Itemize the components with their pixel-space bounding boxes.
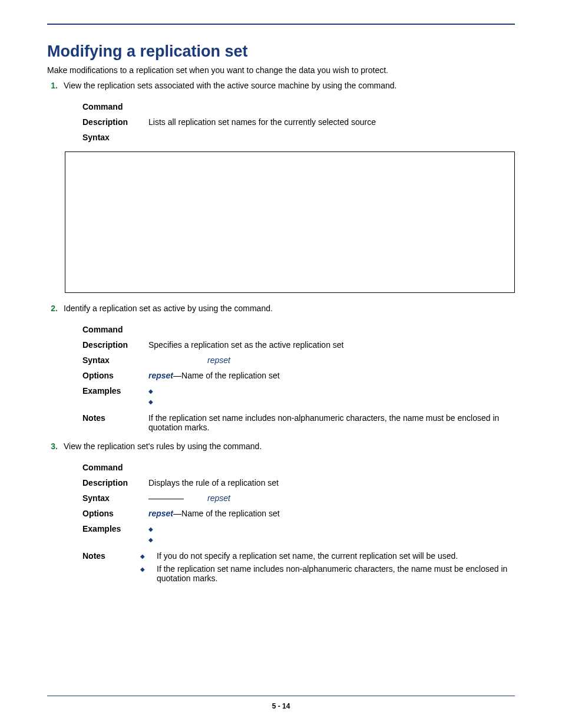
step-2-post: command. (234, 304, 273, 313)
options-value: repset—Name of the replication set (148, 371, 515, 380)
description-value: Displays the rule of a replication set (148, 478, 515, 487)
bottom-rule (47, 696, 515, 696)
syntax-label: Syntax (82, 493, 148, 503)
notes-bullet-1: If you do not specify a replication set … (148, 551, 515, 561)
options-text: —Name of the replication set (173, 509, 280, 518)
step-3-pre: View the replication set's rules by usin… (64, 442, 223, 451)
options-var: repset (148, 509, 173, 518)
description-label: Description (82, 478, 148, 487)
page-number: 5 - 14 (0, 702, 562, 710)
examples-label: Examples (82, 524, 148, 533)
page: Modifying a replication set Make modific… (0, 0, 562, 728)
examples-value (148, 386, 515, 407)
syntax-var: repset (207, 355, 230, 365)
examples-label: Examples (82, 386, 148, 396)
syntax-var: repset (207, 493, 230, 503)
command-label: Command (82, 325, 148, 334)
description-value: Specifies a replication set as the activ… (148, 340, 515, 350)
step-number: 1. (47, 81, 64, 90)
options-label: Options (82, 509, 148, 518)
description-label: Description (82, 117, 148, 127)
step-text: View the replication sets associated wit… (64, 81, 515, 90)
step-1-pre: View the replication sets associated wit… (64, 81, 358, 90)
notes-label: Notes (82, 551, 148, 561)
step-2: 2. Identify a replication set as active … (47, 304, 515, 313)
syntax-label: Syntax (82, 355, 148, 365)
step-3: 3. View the replication set's rules by u… (47, 442, 515, 451)
code-box (65, 151, 515, 293)
example-bullet (148, 397, 515, 406)
notes-value: If you do not specify a replication set … (148, 551, 515, 587)
command-block-1: Command Description Lists all replicatio… (82, 102, 515, 142)
step-text: View the replication set's rules by usin… (64, 442, 515, 451)
intro-text: Make modifications to a replication set … (47, 65, 515, 75)
syntax-label: Syntax (82, 133, 148, 142)
example-bullet (148, 524, 515, 533)
notes-label: Notes (82, 413, 148, 423)
step-2-pre: Identify a replication set as active by … (64, 304, 234, 313)
examples-value (148, 524, 515, 545)
step-number: 3. (47, 442, 64, 451)
notes-bullet-2: If the replication set name includes non… (148, 564, 515, 583)
syntax-value: repset (148, 355, 515, 365)
command-block-3: Command Description Displays the rule of… (82, 463, 515, 587)
options-label: Options (82, 371, 148, 380)
step-1: 1. View the replication sets associated … (47, 81, 515, 90)
options-value: repset—Name of the replication set (148, 509, 515, 518)
top-rule (47, 24, 515, 25)
description-label: Description (82, 340, 148, 350)
options-text: —Name of the replication set (173, 371, 280, 380)
command-label: Command (82, 102, 148, 111)
step-number: 2. (47, 304, 64, 313)
example-bullet (148, 535, 515, 544)
step-1-post: command. (358, 81, 396, 90)
page-title: Modifying a replication set (47, 42, 515, 61)
example-bullet (148, 386, 515, 396)
step-3-post: command. (223, 442, 262, 451)
notes-value: If the replication set name includes non… (148, 413, 515, 432)
syntax-value: repset (148, 493, 515, 503)
command-block-2: Command Description Specifies a replicat… (82, 325, 515, 432)
step-text: Identify a replication set as active by … (64, 304, 515, 313)
description-value: Lists all replication set names for the … (148, 117, 515, 127)
options-var: repset (148, 371, 173, 380)
syntax-blank (148, 499, 184, 499)
command-label: Command (82, 463, 148, 472)
